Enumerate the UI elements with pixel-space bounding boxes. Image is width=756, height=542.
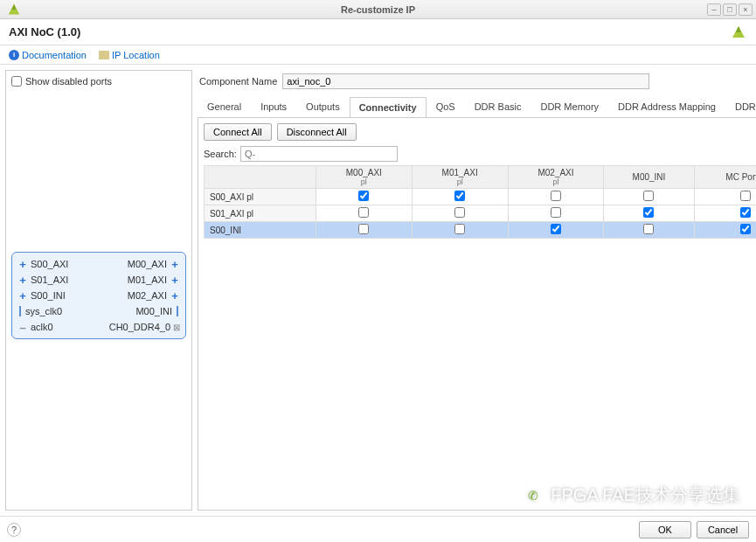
vendor-logo-icon [730,24,747,41]
titlebar: Re-customize IP – □ × [0,0,756,19]
connectivity-checkbox[interactable] [643,207,654,218]
disconnect-all-button[interactable]: Disconnect All [277,123,357,141]
connectivity-checkbox[interactable] [551,191,561,201]
footer-buttons: OK Cancel [639,521,749,539]
connectivity-checkbox[interactable] [358,191,369,201]
tab-general[interactable]: General [198,96,251,117]
port-left: S01_AXI [31,274,68,285]
ok-button[interactable]: OK [639,521,691,539]
footer: ? OK Cancel [0,516,756,542]
ip-location-label: IP Location [112,50,160,60]
documentation-link[interactable]: i Documentation [9,50,87,60]
port-left: sys_clk0 [25,306,62,316]
connectivity-table: M00_AXIplM01_AXIplM02_AXIplM00_INIMC Por… [204,165,756,239]
connectivity-checkbox[interactable] [643,224,654,234]
connectivity-checkbox[interactable] [454,191,465,201]
ip-port-row: +S00_INIM02_AXI+ [17,288,180,303]
tab-connectivity[interactable]: Connectivity [350,97,427,118]
toolbar: i Documentation IP Location [0,45,756,65]
tab-ddr-adv[interactable]: DDR Adv [725,96,756,117]
port-right: M01_AXI [128,274,167,285]
connectivity-checkbox[interactable] [358,224,369,234]
show-disabled-label: Show disabled ports [25,76,112,87]
show-disabled-ports-checkbox[interactable]: Show disabled ports [11,76,186,87]
tab-content-connectivity: Connect All Disconnect All Search: M00_A… [198,118,756,511]
col-header: M02_AXIpl [508,166,604,189]
tab-outputs[interactable]: Outputs [296,96,350,117]
connectivity-checkbox[interactable] [551,224,561,234]
connectivity-checkbox[interactable] [358,207,369,218]
port-right: M00_INI [135,306,172,316]
table-row[interactable]: S01_AXI pl [205,205,757,222]
window-title: Re-customize IP [0,4,756,15]
col-header: M01_AXIpl [412,166,508,189]
row-header: S01_AXI pl [205,205,316,222]
ip-block: +S00_AXIM00_AXI++S01_AXIM01_AXI++S00_INI… [11,252,186,339]
window-controls: – □ × [707,3,753,16]
ip-port-row: +S01_AXIM01_AXI+ [17,272,180,288]
row-header: S00_AXI pl [205,189,316,205]
main: Show disabled ports +S00_AXIM00_AXI++S01… [0,65,756,516]
tab-qos[interactable]: QoS [427,96,465,117]
ip-location-link[interactable]: IP Location [99,50,160,60]
close-button[interactable]: × [739,3,753,16]
connectivity-checkbox[interactable] [454,224,465,234]
table-row[interactable]: S00_AXI pl [205,189,757,205]
col-header: M00_INI [604,166,694,189]
tab-inputs[interactable]: Inputs [251,96,296,117]
connect-buttons: Connect All Disconnect All [204,123,756,141]
port-right: M02_AXI [128,290,167,301]
ip-port-row: sys_clk0M00_INI [17,303,180,319]
show-disabled-checkbox-input[interactable] [11,76,22,87]
connectivity-checkbox[interactable] [643,191,654,201]
info-icon: i [9,50,19,60]
port-left: S00_AXI [31,259,68,269]
documentation-label: Documentation [22,50,87,60]
tab-ddr-memory[interactable]: DDR Memory [531,96,608,117]
component-name-row: Component Name [198,70,756,96]
ip-block-diagram: +S00_AXIM00_AXI++S01_AXIM01_AXI++S00_INI… [11,87,186,504]
ip-port-row: –aclk0CH0_DDR4_0⊠ [17,319,180,335]
search-label: Search: [204,149,237,159]
cancel-button[interactable]: Cancel [697,521,749,539]
ip-port-row: +S00_AXIM00_AXI+ [17,256,180,272]
search-input[interactable] [240,146,398,162]
col-header: MC Port 0 [694,166,756,189]
connectivity-checkbox[interactable] [740,224,751,234]
help-icon[interactable]: ? [7,523,21,537]
ip-header: AXI NoC (1.0) [0,19,756,45]
connectivity-checkbox[interactable] [740,191,751,201]
component-name-input[interactable] [282,73,649,89]
row-header: S00_INI [205,222,316,239]
tabbar: GeneralInputsOutputsConnectivityQoSDDR B… [198,96,756,118]
port-right: CH0_DDR4_0 [109,322,170,332]
port-left: S00_INI [31,290,66,301]
table-row[interactable]: S00_INI [205,222,757,239]
maximize-button[interactable]: □ [723,3,737,16]
ip-name: AXI NoC (1.0) [9,25,80,38]
folder-icon [99,51,109,59]
connectivity-checkbox[interactable] [454,207,465,218]
tab-ddr-address-mapping[interactable]: DDR Address Mapping [608,96,725,117]
config-panel: Component Name GeneralInputsOutputsConne… [198,70,756,511]
connectivity-checkbox[interactable] [551,207,561,218]
component-name-label: Component Name [199,76,277,87]
minimize-button[interactable]: – [707,3,721,16]
col-header: M00_AXIpl [316,166,412,189]
ports-panel: Show disabled ports +S00_AXIM00_AXI++S01… [5,70,192,511]
search-row: Search: [204,146,756,162]
connectivity-checkbox[interactable] [740,207,751,218]
port-right: M00_AXI [128,259,167,269]
connect-all-button[interactable]: Connect All [204,123,272,141]
port-left: aclk0 [31,322,53,332]
tab-ddr-basic[interactable]: DDR Basic [465,96,531,117]
